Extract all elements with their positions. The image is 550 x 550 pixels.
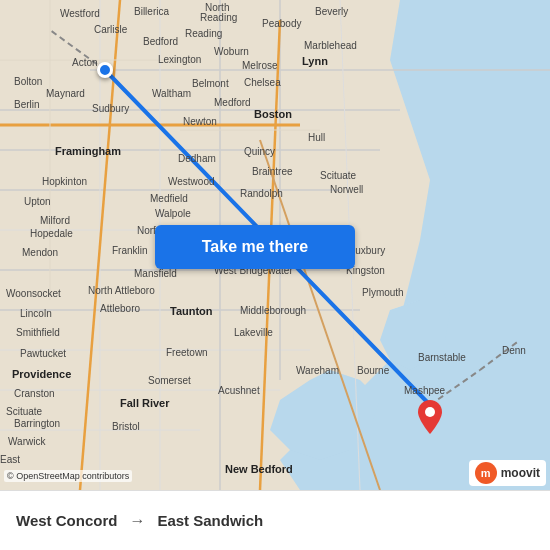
moovit-icon: m (475, 462, 497, 484)
moovit-text: moovit (501, 466, 540, 480)
origin-label: West Concord (16, 512, 117, 529)
svg-line-23 (50, 30, 105, 70)
destination-marker (418, 400, 442, 438)
svg-point-29 (425, 407, 435, 417)
arrow-icon: → (129, 512, 145, 530)
bottom-bar: West Concord → East Sandwich (0, 490, 550, 550)
take-me-there-label: Take me there (202, 238, 308, 256)
take-me-there-button[interactable]: Take me there (155, 225, 355, 269)
origin-marker (97, 62, 113, 78)
osm-text: © OpenStreetMap contributors (7, 471, 129, 481)
destination-label: East Sandwich (157, 512, 263, 529)
osm-attribution: © OpenStreetMap contributors (4, 470, 132, 482)
map-container: Westford Billerica North Reading Beverly… (0, 0, 550, 490)
moovit-logo: m moovit (469, 460, 546, 486)
